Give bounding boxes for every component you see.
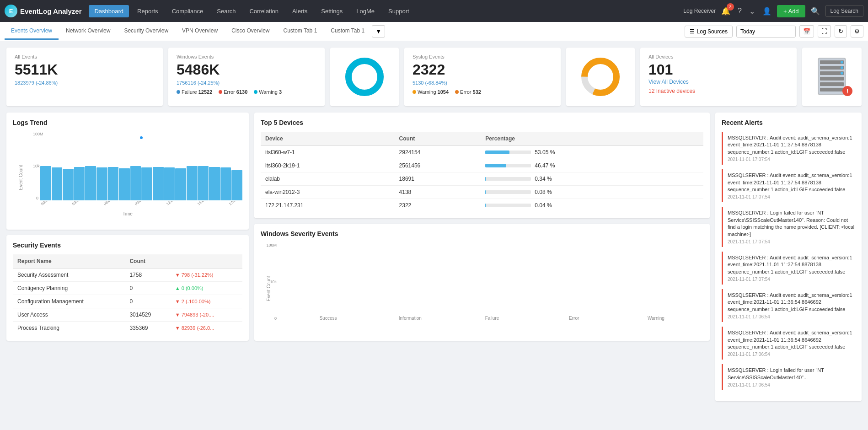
security-table-row: User Access 3014529 ▼ 794893 (-20.... xyxy=(13,308,242,322)
svg-rect-12 xyxy=(820,88,844,91)
col-change xyxy=(171,254,242,269)
x-axis-labels-inner: 00:00:00 03:00:00 06:00:00 09:00:00 12:0… xyxy=(40,201,242,215)
chart-bar xyxy=(141,167,152,200)
top-right-actions: Log Receiver 🔔 3 ? ⌄ 👤 + Add 🔍 Log Searc… xyxy=(683,5,863,17)
log-search-button[interactable]: Log Search xyxy=(825,5,863,17)
tab-custom-2[interactable]: Custom Tab 1 xyxy=(324,23,371,40)
alerts-list: MSSQLSERVER : Audit event: audit_schema_… xyxy=(722,132,855,395)
tab-cisco-overview[interactable]: Cisco Overview xyxy=(225,23,276,40)
sec-report-name: Security Assessment xyxy=(13,269,125,282)
sec-count: 1758 xyxy=(125,269,170,282)
win-y-100m: 100M xyxy=(261,243,277,247)
nav-search[interactable]: Search xyxy=(211,5,241,17)
y-100m: 100M xyxy=(33,132,38,136)
chart-bar xyxy=(153,167,164,201)
view-all-devices-link[interactable]: View All Devices xyxy=(648,79,689,85)
all-devices-card: All Devices 101 View All Devices 12 Inac… xyxy=(640,48,797,106)
syslog-events-label: Syslog Events xyxy=(413,54,552,59)
nav-dashboard[interactable]: Dashboard xyxy=(89,5,129,17)
notification-badge[interactable]: 🔔 3 xyxy=(719,5,732,17)
nav-reports[interactable]: Reports xyxy=(132,5,164,17)
security-table-header: Report Name Count xyxy=(13,254,242,269)
help-icon[interactable]: ? xyxy=(736,5,744,17)
all-events-change: 1823979 (-24.86%) xyxy=(15,80,155,86)
all-events-label: All Events xyxy=(15,54,155,59)
chart-bar xyxy=(108,167,119,201)
top5-title: Top 5 Devices xyxy=(261,119,703,126)
log-sources-button[interactable]: ☰ Log Sources xyxy=(685,26,733,38)
trend-dot xyxy=(140,136,143,139)
nav-alerts[interactable]: Alerts xyxy=(287,5,313,17)
progress-bar-fill xyxy=(485,204,486,207)
alert-item: MSSQLSERVER : Audit event: audit_schema_… xyxy=(722,327,855,360)
col-report-name: Report Name xyxy=(13,254,125,269)
tab-events-overview[interactable]: Events Overview xyxy=(5,23,59,40)
logs-trend-chart: Event Count 100M 10k 0 xyxy=(13,132,242,223)
top-nav: E EventLog Analyzer Dashboard Reports Co… xyxy=(0,0,868,22)
progress-bar-bg xyxy=(485,204,531,207)
user-icon[interactable]: 👤 xyxy=(761,5,773,17)
device-name: 172.21.147.231 xyxy=(261,199,395,212)
sec-count: 335369 xyxy=(125,322,170,335)
win-bar-label: Error xyxy=(569,316,579,321)
date-picker[interactable] xyxy=(736,26,796,38)
alert-text: MSSQLSERVER : Audit event: audit_schema_… xyxy=(728,329,855,350)
calendar-icon[interactable]: 📅 xyxy=(799,25,814,38)
win-y-10k: 10k xyxy=(261,280,277,284)
windows-events-change: 1756116 (-24.25%) xyxy=(177,80,316,86)
search-icon[interactable]: 🔍 xyxy=(809,5,822,17)
x-label: 03:00:00 xyxy=(71,201,90,212)
add-button[interactable]: + Add xyxy=(777,5,805,17)
svg-point-5 xyxy=(591,68,610,86)
win-bar-warning: Warning xyxy=(618,314,694,321)
nav-settings[interactable]: Settings xyxy=(316,5,348,17)
expand-icon[interactable]: ⌄ xyxy=(747,5,757,17)
trend-line xyxy=(40,136,242,140)
tab-network-overview[interactable]: Network Overview xyxy=(59,23,117,40)
top5-col-count: Count xyxy=(395,132,481,146)
win-bar-failure: Failure xyxy=(454,314,530,321)
device-icon-container: ! xyxy=(814,56,850,98)
top5-table-row: elalab 18691 0.34 % xyxy=(261,172,703,186)
inactive-devices-label[interactable]: 12 Inactive devices xyxy=(648,88,788,94)
progress-bar-fill xyxy=(485,150,509,154)
device-name: ela-win2012-3 xyxy=(261,186,395,199)
top5-table-row: ela-win2012-3 4138 0.08 % xyxy=(261,186,703,199)
trend-dot-row xyxy=(40,137,242,139)
tab-vpn-overview[interactable]: VPN Overview xyxy=(176,23,224,40)
syslog-warning-stat: Warning 1054 xyxy=(413,89,449,95)
all-devices-value: 101 xyxy=(648,61,788,78)
sec-report-name: Process Tracking xyxy=(13,322,125,335)
recent-alerts-panel: Recent Alerts MSSQLSERVER : Audit event:… xyxy=(715,113,862,401)
win-severity-bars: Success Information Failure Error xyxy=(281,243,703,321)
x-axis-labels: 00:00:00 03:00:00 06:00:00 09:00:00 12:0… xyxy=(40,201,242,215)
chart-bar xyxy=(74,167,85,201)
chart-bar xyxy=(209,167,220,201)
log-receiver-label: Log Receiver xyxy=(683,8,716,14)
chart-bar xyxy=(220,167,231,200)
chart-bar xyxy=(187,166,198,200)
win-severity-title: Windows Severity Events xyxy=(261,230,703,237)
windows-events-label: Windows Events xyxy=(177,54,316,59)
svg-point-15 xyxy=(841,72,843,75)
more-tabs-icon[interactable]: ▼ xyxy=(372,25,385,38)
x-label: 15:00:00 xyxy=(197,201,215,212)
security-table-row: Security Assessment 1758 ▼ 798 (-31.22%) xyxy=(13,269,242,282)
nav-support[interactable]: Support xyxy=(383,5,415,17)
win-bar-error: Error xyxy=(536,314,612,321)
syslog-donut-chart xyxy=(342,54,387,100)
sec-report-name: User Access xyxy=(13,308,125,322)
alert-item: MSSQLSERVER : Login failed for user "NT … xyxy=(722,207,855,247)
nav-compliance[interactable]: Compliance xyxy=(166,5,209,17)
tab-security-overview[interactable]: Security Overview xyxy=(118,23,175,40)
progress-bar-bg xyxy=(485,190,531,194)
tab-custom-1[interactable]: Custom Tab 1 xyxy=(277,23,323,40)
settings-icon[interactable]: ⚙ xyxy=(851,25,863,38)
nav-correlation[interactable]: Correlation xyxy=(244,5,284,17)
refresh-icon[interactable]: ↻ xyxy=(835,25,847,38)
syslog-donut-card xyxy=(330,48,399,106)
top5-header: Device Count Percentage xyxy=(261,132,703,146)
fullscreen-icon[interactable]: ⛶ xyxy=(818,25,831,38)
nav-logme[interactable]: LogMe xyxy=(351,5,380,17)
y-axis-values: 100M 10k 0 xyxy=(33,132,38,200)
